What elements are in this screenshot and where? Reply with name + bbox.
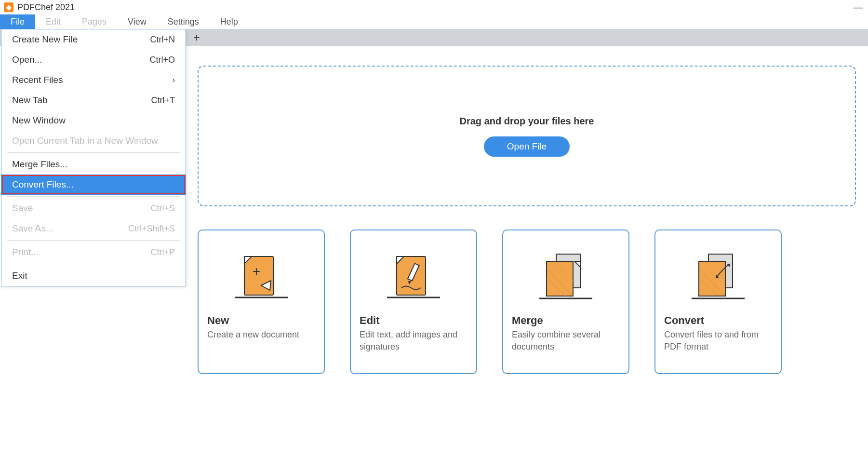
svg-rect-18: [699, 261, 725, 296]
file-menu-dropdown: Create New File Ctrl+N Open... Ctrl+O Re…: [1, 29, 186, 286]
file-menu-label: Recent Files: [12, 75, 63, 85]
plus-icon: +: [193, 31, 200, 44]
file-menu-convert[interactable]: Convert Files...: [1, 175, 186, 195]
file-menu-label: New Tab: [12, 95, 48, 106]
convert-documents-icon: [664, 237, 772, 305]
card-edit[interactable]: Edit Edit text, add images and signature…: [350, 229, 477, 374]
card-convert[interactable]: Convert Convert files to and from PDF fo…: [654, 229, 782, 374]
file-menu-print: Print... Ctrl+P: [1, 242, 186, 262]
file-menu-label: Save As...: [12, 223, 53, 234]
shortcut-text: Ctrl+T: [151, 95, 175, 106]
window-minimize-icon[interactable]: —: [854, 2, 863, 13]
file-menu-create-new[interactable]: Create New File Ctrl+N: [1, 29, 186, 50]
svg-text:+: +: [253, 264, 260, 279]
file-menu-open[interactable]: Open... Ctrl+O: [1, 50, 186, 70]
card-desc: Easily combine several documents: [512, 329, 620, 353]
file-menu-recent[interactable]: Recent Files ›: [1, 70, 186, 90]
file-menu-label: Merge Files...: [12, 159, 67, 170]
card-merge[interactable]: Merge Easily combine several documents: [502, 229, 629, 374]
card-desc: Edit text, add images and signatures: [360, 329, 467, 353]
file-menu-label: Open...: [12, 54, 42, 65]
menu-bar: File Edit Pages View Settings Help: [0, 14, 868, 29]
drop-zone-text: Drag and drop your files here: [460, 116, 594, 127]
shortcut-text: Ctrl+P: [150, 247, 175, 257]
file-menu-label: Print...: [12, 247, 39, 257]
file-menu-save-as: Save As... Ctrl+Shift+S: [1, 218, 186, 239]
menu-pages[interactable]: Pages: [71, 14, 117, 29]
file-menu-new-tab[interactable]: New Tab Ctrl+T: [1, 90, 186, 110]
merge-documents-icon: [512, 237, 620, 305]
card-title: Convert: [664, 314, 772, 327]
menu-view[interactable]: View: [117, 14, 157, 29]
menu-settings[interactable]: Settings: [157, 14, 210, 29]
card-title: New: [207, 314, 315, 327]
card-desc: Convert files to and from PDF format: [664, 329, 772, 353]
menu-separator: [7, 152, 180, 153]
file-menu-exit[interactable]: Exit: [1, 266, 186, 286]
app-icon: ◆: [4, 2, 13, 12]
shortcut-text: Ctrl+O: [149, 55, 175, 65]
new-tab-button[interactable]: +: [188, 29, 205, 46]
drop-zone[interactable]: Drag and drop your files here Open File: [198, 66, 856, 206]
new-document-icon: +: [207, 237, 315, 305]
svg-rect-11: [547, 261, 573, 296]
file-menu-label: Create New File: [12, 34, 78, 45]
chevron-right-icon: ›: [173, 76, 175, 84]
title-bar: ◆ PDFChef 2021 —: [0, 0, 868, 14]
file-menu-save: Save Ctrl+S: [1, 198, 186, 218]
menu-edit[interactable]: Edit: [35, 14, 71, 29]
card-title: Edit: [360, 314, 467, 327]
file-menu-label: Save: [12, 203, 33, 214]
file-menu-open-in-new-window: Open Current Tab in a New Window: [1, 131, 186, 151]
file-menu-label: Exit: [12, 270, 27, 281]
action-cards: + New Create a new document: [198, 229, 856, 374]
file-menu-label: New Window: [12, 115, 66, 126]
menu-help[interactable]: Help: [210, 14, 249, 29]
file-menu-new-window[interactable]: New Window: [1, 110, 186, 131]
shortcut-text: Ctrl+N: [150, 35, 175, 45]
menu-separator: [7, 240, 180, 241]
edit-document-icon: [360, 237, 467, 305]
shortcut-text: Ctrl+S: [150, 203, 175, 214]
app-title: PDFChef 2021: [17, 2, 75, 13]
file-menu-label: Open Current Tab in a New Window: [12, 135, 158, 146]
card-new[interactable]: + New Create a new document: [198, 229, 325, 374]
menu-separator: [7, 264, 180, 264]
menu-separator: [7, 196, 180, 197]
main-area: Drag and drop your files here Open File …: [188, 46, 868, 472]
file-menu-merge[interactable]: Merge Files...: [1, 154, 186, 175]
file-menu-label: Convert Files...: [12, 179, 74, 190]
shortcut-text: Ctrl+Shift+S: [128, 224, 175, 234]
card-title: Merge: [512, 314, 620, 327]
card-desc: Create a new document: [207, 329, 315, 341]
open-file-button[interactable]: Open File: [484, 136, 570, 157]
menu-file[interactable]: File: [0, 14, 35, 29]
